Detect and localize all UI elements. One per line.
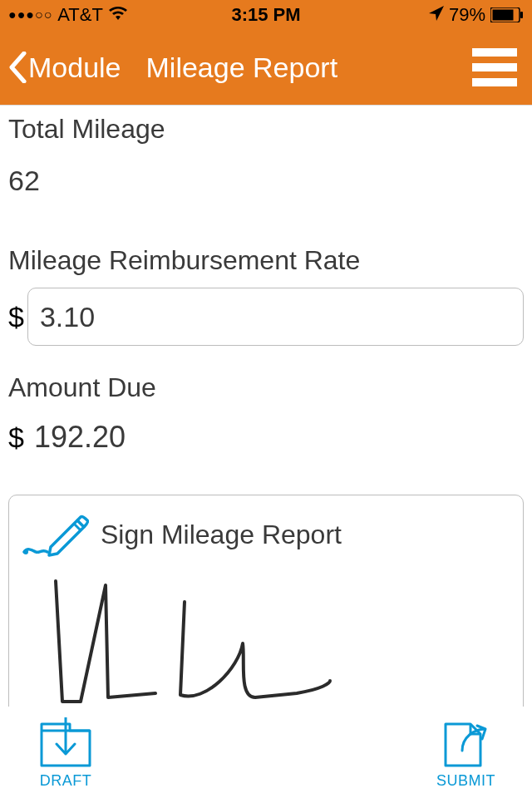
signal-dots-icon: ●●●○○: [8, 7, 52, 22]
signature-pencil-icon: [22, 509, 89, 560]
svg-rect-1: [493, 10, 514, 21]
battery-percent: 79%: [449, 4, 485, 26]
signature-box[interactable]: Sign Mileage Report: [8, 495, 524, 736]
back-label: Module: [28, 52, 121, 84]
chevron-left-icon: [8, 52, 27, 83]
draft-label: DRAFT: [40, 772, 92, 790]
submit-icon: [439, 717, 492, 769]
rate-label: Mileage Reimbursement Rate: [8, 245, 524, 276]
rate-input[interactable]: [27, 288, 524, 346]
currency-symbol: $: [8, 301, 24, 333]
content: Total Mileage 62 Mileage Reimbursement R…: [0, 106, 532, 455]
svg-point-3: [23, 549, 28, 554]
submit-button[interactable]: SUBMIT: [436, 717, 495, 790]
draft-icon: [37, 717, 95, 769]
bottom-bar: DRAFT SUBMIT: [0, 707, 532, 798]
amount-due-value: 192.20: [34, 420, 126, 455]
amount-due-label: Amount Due: [8, 372, 524, 403]
signature-drawing: [22, 560, 488, 727]
status-left: ●●●○○ AT&T: [8, 4, 128, 26]
currency-symbol: $: [8, 421, 24, 454]
wifi-icon: [108, 4, 128, 26]
submit-label: SUBMIT: [436, 772, 495, 790]
total-mileage-value: 62: [8, 165, 524, 197]
hamburger-icon: [472, 48, 517, 57]
svg-rect-2: [520, 12, 523, 18]
menu-button[interactable]: [472, 48, 517, 86]
status-time: 3:15 PM: [231, 4, 300, 26]
divider: [0, 105, 532, 106]
signature-title: Sign Mileage Report: [101, 520, 342, 550]
back-button[interactable]: Module: [8, 52, 121, 84]
page-title: Mileage Report: [146, 52, 338, 84]
location-icon: [429, 4, 444, 26]
draft-button[interactable]: DRAFT: [37, 717, 95, 790]
nav-bar: Module Mileage Report: [0, 30, 532, 105]
status-right: 79%: [429, 4, 524, 26]
status-bar: ●●●○○ AT&T 3:15 PM 79%: [0, 0, 532, 30]
carrier-label: AT&T: [57, 4, 103, 26]
battery-icon: [490, 7, 524, 22]
total-mileage-label: Total Mileage: [8, 114, 524, 145]
